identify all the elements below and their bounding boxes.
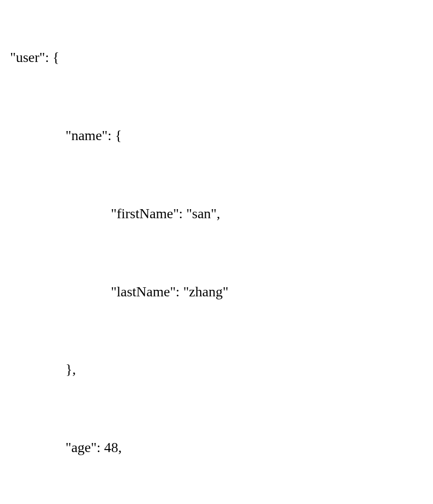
code-line-4: "lastName": "zhang" (10, 283, 423, 300)
code-line-2: "name": { (10, 127, 423, 144)
code-line-5: }, (10, 361, 423, 378)
code-line-1: "user": { (10, 49, 423, 66)
code-line-3: "firstName": "san", (10, 205, 423, 222)
json-code-block: "user": { "name": { "firstName": "san", … (10, 15, 423, 504)
code-line-6: "age": 48, (10, 439, 423, 456)
